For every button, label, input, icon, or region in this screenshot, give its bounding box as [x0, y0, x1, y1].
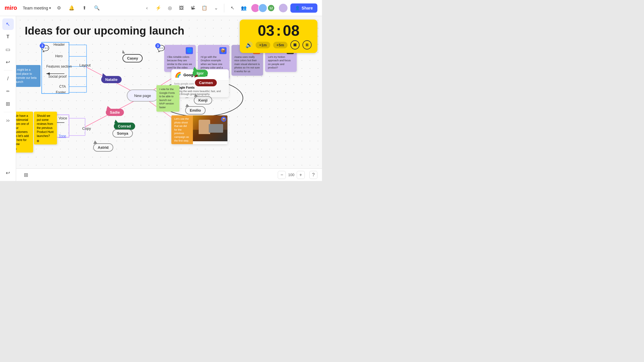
chat-icon-1: 3 💬 [41, 45, 49, 52]
cursor-sadie: Sadie [106, 106, 110, 109]
chat-icon-2: 3 💬 [157, 45, 165, 52]
center-node[interactable]: New page [127, 89, 158, 102]
timer-add-5m[interactable]: +5m [273, 42, 288, 48]
timer-display: 03 : 08 [258, 23, 300, 38]
avatar-group: 12 [251, 3, 275, 13]
timer-minutes: 03 [258, 23, 275, 38]
present-icon[interactable]: 📽 [188, 3, 198, 13]
vote-sticky: I vote for the Google Fonts to be able t… [156, 85, 179, 112]
testimonial-sticky-2: Should we put some reviews from the prev… [34, 112, 57, 144]
testimonial-sticky-1: We have a testimonial from one of our cu… [16, 112, 33, 153]
undo-tool[interactable]: ↩ [2, 167, 14, 179]
note-tool[interactable]: ▭ [2, 44, 14, 55]
more-icon[interactable]: ⌄ [211, 3, 221, 13]
timer-controls: 🔊 +1m +5m [246, 40, 312, 49]
timer-widget: 03 : 08 🔊 +1m +5m [240, 20, 317, 53]
cursor-natalie: Natalie [101, 73, 106, 76]
shapes-tool[interactable]: ↩ [2, 56, 14, 68]
board-title: Ideas for our upcoming launch [25, 25, 184, 37]
toolbar-right: ‹ ⚡ ◎ 🖼 📽 📋 ⌄ ↖ 👥 12 👤 Share [142, 3, 317, 13]
share-icon: 👤 [295, 6, 300, 10]
frame-icon[interactable]: 🖼 [177, 3, 186, 13]
timer-stop-button[interactable] [290, 40, 300, 49]
expand-tools[interactable]: ›› [2, 115, 14, 126]
help-button[interactable]: ? [309, 171, 317, 179]
current-user-avatar [278, 3, 288, 13]
chevron-left-icon[interactable]: ‹ [142, 3, 152, 13]
lightning-icon[interactable]: ⚡ [154, 3, 163, 13]
collab-icon[interactable]: 👥 [239, 3, 248, 13]
timer-icon[interactable]: ◎ [165, 3, 175, 13]
share-button[interactable]: 👤 Share [290, 3, 317, 13]
app-logo: miro [5, 5, 17, 11]
notes-icon[interactable]: 📋 [200, 3, 209, 13]
layout-label: Layout [79, 63, 91, 67]
cursor-carmen: Carmen [195, 75, 198, 79]
zoom-level: 100 [288, 173, 294, 177]
chevron-down-icon: ▾ [49, 6, 51, 10]
settings-icon[interactable]: ⚙ [54, 3, 64, 13]
zoom-control: − 100 + ? [278, 171, 317, 179]
cursor-astrid: Astrid [93, 140, 97, 143]
zoom-out-button[interactable]: − [278, 171, 286, 179]
board-name[interactable]: Team meeting ▾ [23, 6, 51, 10]
photo-card: Let's use the photo shoot that we did fo… [171, 115, 227, 144]
top-toolbar: miro Team meeting ▾ ⚙ 🔔 ⬆ 🔍 ‹ ⚡ ◎ 🖼 📽 📋 … [0, 0, 322, 16]
timer-seconds: 08 [283, 23, 300, 38]
copy-label: Copy [82, 126, 91, 131]
share-up-icon[interactable]: ⬆ [80, 3, 89, 13]
avatar-2 [258, 3, 267, 13]
draw-tool[interactable]: ✏ [2, 85, 14, 97]
search-icon[interactable]: 🔍 [92, 3, 101, 13]
cursor-kenji: Kenji [194, 94, 198, 96]
canvas[interactable]: Ideas for our upcoming launch 03 : 08 🔊 … [16, 16, 322, 168]
cursor-casey: Casey [122, 50, 125, 54]
pointer-icon[interactable]: ↖ [228, 3, 237, 13]
pen-tool[interactable]: / [2, 73, 14, 84]
timer-colon: : [276, 23, 281, 38]
cursor-igor: Igor [193, 67, 197, 70]
text-tool[interactable]: T [2, 31, 14, 43]
avatar-count[interactable]: 12 [267, 4, 275, 12]
bottom-bar: ⊞ − 100 + ? [16, 168, 322, 181]
frame-tool[interactable]: ⊞ [2, 98, 14, 110]
timer-sound-icon[interactable]: 🔊 [246, 41, 253, 48]
cursor-emilio: Emilio [185, 104, 189, 106]
purple-note-1: 🌐 I like Airtable colors because they ar… [164, 45, 196, 72]
feature-sticky: It might be a good place to promote our … [16, 65, 41, 87]
select-tool[interactable]: ↖ [2, 18, 14, 30]
zoom-in-button[interactable]: + [297, 171, 305, 179]
notifications-icon[interactable]: 🔔 [67, 3, 76, 13]
timer-pause-button[interactable] [302, 40, 312, 49]
timer-add-1m[interactable]: +1m [256, 42, 270, 48]
panel-toggle-button[interactable]: ⊞ [21, 170, 31, 180]
cursor-conrad: Conrad [114, 120, 118, 123]
left-sidebar: ↖ T ▭ ↩ / ✏ ⊞ ›› ↩ [0, 16, 16, 181]
